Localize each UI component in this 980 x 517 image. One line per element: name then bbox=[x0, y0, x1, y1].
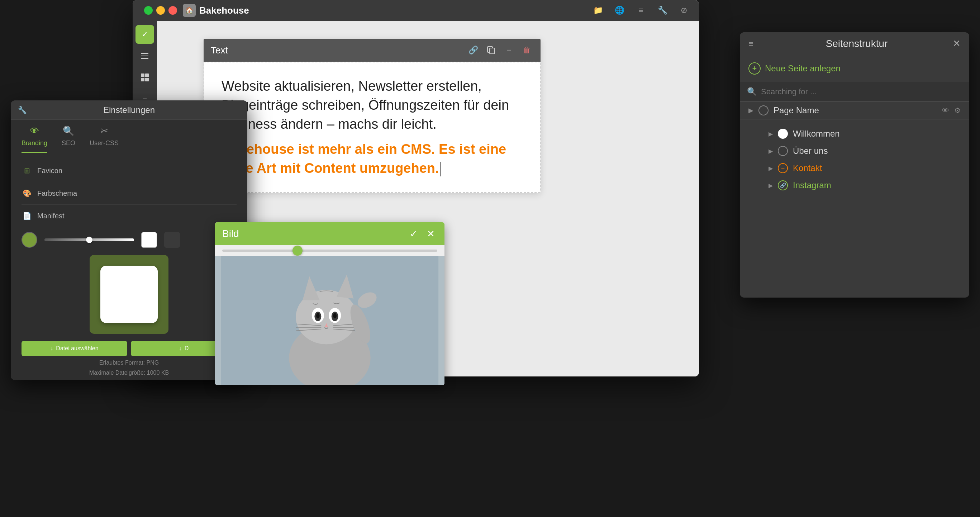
list-icon[interactable] bbox=[135, 47, 154, 65]
bild-widget: Bild ✓ ✕ bbox=[215, 222, 444, 385]
svg-rect-10 bbox=[490, 48, 495, 54]
einstellungen-title: Einstellungen bbox=[103, 105, 155, 115]
svg-point-21 bbox=[333, 313, 336, 318]
wrench-settings-icon: 🔧 bbox=[18, 106, 27, 115]
app-logo: 🏠 Bakehouse bbox=[183, 4, 249, 17]
swatch-white[interactable] bbox=[141, 232, 157, 248]
branding-icon: 👁 bbox=[30, 126, 39, 137]
page-label-willkommen: Willkommen bbox=[793, 129, 961, 139]
menu-favicon[interactable]: ⊞ Favicon bbox=[22, 162, 237, 180]
traffic-light-green[interactable] bbox=[144, 6, 153, 15]
tab-branding[interactable]: 👁 Branding bbox=[22, 126, 47, 153]
tab-seo[interactable]: 🔍 SEO bbox=[62, 126, 75, 153]
svg-rect-5 bbox=[141, 78, 145, 81]
bild-slider-area bbox=[215, 245, 444, 256]
svg-rect-2 bbox=[141, 58, 148, 59]
svg-rect-3 bbox=[141, 73, 145, 77]
seiten-header: ≡ Seitenstruktur ✕ bbox=[740, 32, 969, 55]
page-item-willkommen[interactable]: ▶ Willkommen bbox=[740, 125, 969, 142]
tab-user-css[interactable]: ✂ User-CSS bbox=[90, 126, 119, 153]
delete-icon[interactable]: 🗑 bbox=[520, 44, 533, 57]
neue-seite-button[interactable]: + Neue Seite anlegen bbox=[740, 55, 969, 82]
swatch-dark[interactable] bbox=[164, 232, 180, 248]
grid4-icon[interactable] bbox=[135, 68, 154, 87]
text-dark: Website aktualisieren, Newsletter erstel… bbox=[221, 77, 523, 134]
duplicate-icon[interactable] bbox=[485, 44, 498, 57]
neue-seite-label: Neue Seite anlegen bbox=[765, 64, 840, 73]
page-dot-main bbox=[759, 105, 768, 115]
farbschema-label: Farbschema bbox=[37, 189, 77, 197]
color-slider[interactable] bbox=[45, 239, 134, 241]
cursor bbox=[440, 162, 441, 177]
check-button[interactable]: ✓ bbox=[135, 25, 154, 44]
bild-slider-thumb bbox=[293, 246, 302, 256]
text-orange: Bakehouse ist mehr als ein CMS. Es ist e… bbox=[221, 140, 523, 178]
cat-image bbox=[215, 256, 444, 385]
bild-close[interactable]: ✕ bbox=[425, 227, 437, 240]
einstellungen-header: 🔧 Einstellungen bbox=[11, 100, 247, 120]
expand-icon[interactable]: ▶ bbox=[748, 107, 754, 115]
seo-icon: 🔍 bbox=[63, 126, 74, 137]
favicon-label: Favicon bbox=[37, 167, 62, 175]
slider-thumb bbox=[86, 237, 92, 243]
svg-rect-1 bbox=[141, 56, 148, 56]
svg-rect-6 bbox=[145, 78, 149, 81]
neue-seite-icon: + bbox=[748, 62, 760, 75]
page-label-instagram: Instagram bbox=[793, 180, 961, 190]
bild-confirm[interactable]: ✓ bbox=[407, 227, 420, 240]
search-icon: 🔍 bbox=[747, 87, 757, 97]
page-label-ueber-uns: Über uns bbox=[793, 146, 961, 156]
divider bbox=[22, 182, 237, 182]
dot-instagram: 🔗 bbox=[778, 180, 788, 190]
page-name-label: Page Name bbox=[773, 105, 937, 115]
block-icon[interactable]: ⊘ bbox=[678, 4, 690, 17]
link-icon[interactable]: 🔗 bbox=[467, 44, 480, 57]
menu-manifest[interactable]: 📄 Manifest bbox=[22, 207, 237, 225]
bild-slider[interactable] bbox=[222, 250, 437, 252]
page-label-kontakt: Kontakt bbox=[793, 163, 961, 173]
upload-row: ↓ Datei auswählen ↓ D bbox=[22, 341, 237, 356]
page-list: ▶ Willkommen ▶ Über uns ▶ − Kontakt ▶ 🔗 … bbox=[740, 119, 969, 200]
browser-icons: 📁 🌐 ≡ 🔧 ⊘ bbox=[592, 4, 690, 17]
logo-white-box bbox=[100, 266, 158, 323]
page-item-instagram[interactable]: ▶ 🔗 Instagram bbox=[740, 177, 969, 194]
seiten-close-button[interactable]: ✕ bbox=[953, 38, 961, 49]
folder-icon[interactable]: 📁 bbox=[592, 4, 605, 17]
upload-button[interactable]: ↓ Datei auswählen bbox=[22, 341, 127, 356]
page-item-kontakt[interactable]: ▶ − Kontakt bbox=[740, 159, 969, 177]
wrench-icon[interactable]: 🔧 bbox=[656, 4, 669, 17]
search-bar: 🔍 bbox=[740, 82, 969, 102]
text-widget-body[interactable]: Website aktualisieren, Newsletter erstel… bbox=[204, 62, 541, 193]
seiten-title: Seitenstruktur bbox=[760, 38, 953, 49]
file-format: Erlaubtes Format: PNG bbox=[22, 360, 237, 366]
svg-rect-4 bbox=[145, 73, 149, 77]
search-input[interactable] bbox=[761, 87, 962, 97]
menu-icon[interactable]: ≡ bbox=[635, 4, 648, 17]
einstellungen-panel: 🔧 Einstellungen 👁 Branding 🔍 SEO ✂ User-… bbox=[11, 100, 247, 380]
bild-header: Bild ✓ ✕ bbox=[215, 222, 444, 245]
svg-point-20 bbox=[316, 313, 320, 318]
divider2 bbox=[22, 204, 237, 205]
globe-icon[interactable]: 🌐 bbox=[613, 4, 626, 17]
traffic-light-red[interactable] bbox=[169, 6, 177, 15]
visibility-icon[interactable]: 👁 bbox=[942, 107, 949, 115]
manifest-icon: 📄 bbox=[22, 210, 32, 221]
css-icon: ✂ bbox=[100, 126, 108, 137]
hide-icon[interactable]: − bbox=[503, 44, 515, 57]
manifest-label: Manifest bbox=[37, 212, 65, 220]
menu-farbschema[interactable]: 🎨 Farbschema bbox=[22, 184, 237, 202]
expand-icon-willkommen: ▶ bbox=[768, 130, 773, 137]
bild-title: Bild bbox=[222, 228, 403, 240]
file-size: Maximale Dateigröße: 1000 KB bbox=[22, 370, 237, 376]
settings-icon[interactable]: ⚙ bbox=[954, 106, 961, 115]
page-item-ueber-uns[interactable]: ▶ Über uns bbox=[740, 142, 969, 159]
einstellungen-body: ⊞ Favicon 🎨 Farbschema 📄 Manifest bbox=[11, 153, 247, 380]
dot-kontakt: − bbox=[778, 163, 788, 173]
browser-titlebar: 🏠 Bakehouse 📁 🌐 ≡ 🔧 ⊘ bbox=[133, 0, 699, 21]
color-circle-primary[interactable] bbox=[22, 232, 37, 248]
expand-icon-kontakt: ▶ bbox=[768, 165, 773, 172]
expand-icon-ueber: ▶ bbox=[768, 148, 773, 154]
traffic-light-yellow[interactable] bbox=[156, 6, 165, 15]
logo-preview bbox=[90, 255, 169, 334]
svg-rect-0 bbox=[141, 53, 148, 54]
